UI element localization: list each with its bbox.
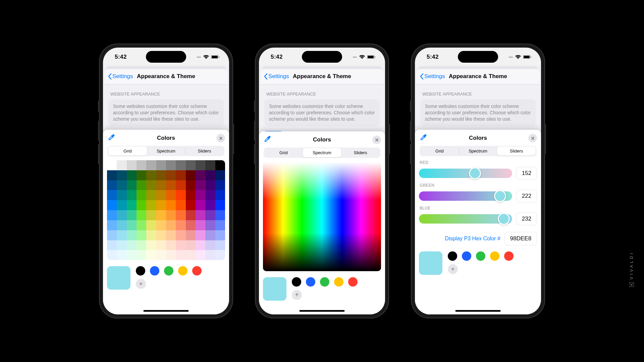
grid-cell[interactable] bbox=[156, 250, 166, 260]
grid-cell[interactable] bbox=[107, 160, 117, 170]
close-button[interactable] bbox=[528, 134, 537, 142]
grid-cell[interactable] bbox=[166, 240, 176, 250]
grid-cell[interactable] bbox=[137, 220, 146, 230]
eyedropper-button[interactable] bbox=[108, 134, 115, 142]
grid-cell[interactable] bbox=[137, 190, 146, 200]
blue-value[interactable]: 232 bbox=[516, 213, 537, 225]
grid-cell[interactable] bbox=[146, 240, 156, 250]
green-value[interactable]: 222 bbox=[516, 190, 537, 202]
grid-cell[interactable] bbox=[186, 250, 196, 260]
grid-cell[interactable] bbox=[127, 240, 137, 250]
grid-cell[interactable] bbox=[205, 230, 215, 240]
grid-cell[interactable] bbox=[176, 240, 185, 250]
preset-blue[interactable] bbox=[462, 251, 471, 261]
grid-cell[interactable] bbox=[146, 180, 156, 190]
grid-cell[interactable] bbox=[205, 160, 215, 170]
preset-green[interactable] bbox=[164, 266, 173, 276]
home-indicator[interactable] bbox=[455, 310, 501, 312]
grid-cell[interactable] bbox=[156, 170, 166, 180]
add-preset-button[interactable]: + bbox=[292, 290, 302, 300]
grid-cell[interactable] bbox=[117, 180, 126, 190]
grid-cell[interactable] bbox=[127, 190, 137, 200]
grid-cell[interactable] bbox=[215, 210, 225, 220]
grid-cell[interactable] bbox=[186, 170, 196, 180]
grid-cell[interactable] bbox=[196, 240, 205, 250]
grid-cell[interactable] bbox=[166, 210, 176, 220]
grid-cell[interactable] bbox=[107, 200, 117, 210]
grid-cell[interactable] bbox=[205, 190, 215, 200]
tab-sliders[interactable]: Sliders bbox=[497, 146, 536, 156]
grid-cell[interactable] bbox=[127, 250, 137, 260]
grid-cell[interactable] bbox=[156, 190, 166, 200]
grid-cell[interactable] bbox=[176, 210, 185, 220]
grid-cell[interactable] bbox=[137, 200, 146, 210]
grid-cell[interactable] bbox=[215, 190, 225, 200]
tab-sliders[interactable]: Sliders bbox=[341, 148, 380, 157]
grid-cell[interactable] bbox=[146, 230, 156, 240]
grid-cell[interactable] bbox=[186, 220, 196, 230]
back-button[interactable]: Settings bbox=[420, 73, 445, 80]
grid-cell[interactable] bbox=[176, 180, 185, 190]
tab-sliders[interactable]: Sliders bbox=[185, 146, 224, 156]
grid-cell[interactable] bbox=[215, 240, 225, 250]
grid-cell[interactable] bbox=[137, 170, 146, 180]
grid-cell[interactable] bbox=[107, 170, 117, 180]
grid-cell[interactable] bbox=[186, 180, 196, 190]
grid-cell[interactable] bbox=[166, 190, 176, 200]
grid-cell[interactable] bbox=[196, 200, 205, 210]
grid-cell[interactable] bbox=[107, 220, 117, 230]
grid-cell[interactable] bbox=[205, 200, 215, 210]
add-preset-button[interactable]: + bbox=[448, 264, 458, 274]
grid-cell[interactable] bbox=[137, 180, 146, 190]
close-button[interactable] bbox=[372, 135, 381, 144]
add-preset-button[interactable]: + bbox=[136, 279, 146, 289]
grid-cell[interactable] bbox=[176, 200, 185, 210]
grid-cell[interactable] bbox=[215, 170, 225, 180]
grid-cell[interactable] bbox=[176, 250, 185, 260]
red-slider[interactable] bbox=[419, 169, 512, 178]
grid-cell[interactable] bbox=[127, 180, 137, 190]
grid-cell[interactable] bbox=[215, 230, 225, 240]
preset-yellow[interactable] bbox=[334, 277, 343, 287]
green-slider[interactable] bbox=[419, 191, 512, 201]
grid-cell[interactable] bbox=[196, 190, 205, 200]
grid-cell[interactable] bbox=[137, 230, 146, 240]
eyedropper-button[interactable] bbox=[420, 134, 427, 142]
preset-yellow[interactable] bbox=[178, 266, 187, 276]
grid-cell[interactable] bbox=[215, 180, 225, 190]
close-button[interactable] bbox=[216, 134, 225, 142]
grid-cell[interactable] bbox=[156, 180, 166, 190]
grid-cell[interactable] bbox=[127, 230, 137, 240]
grid-cell[interactable] bbox=[117, 160, 126, 170]
tab-spectrum[interactable]: Spectrum bbox=[459, 146, 497, 156]
tab-spectrum[interactable]: Spectrum bbox=[303, 148, 341, 157]
grid-cell[interactable] bbox=[196, 160, 205, 170]
grid-cell[interactable] bbox=[156, 200, 166, 210]
grid-cell[interactable] bbox=[156, 220, 166, 230]
grid-cell[interactable] bbox=[186, 160, 196, 170]
grid-cell[interactable] bbox=[117, 170, 126, 180]
grid-cell[interactable] bbox=[146, 170, 156, 180]
home-indicator[interactable] bbox=[300, 310, 345, 312]
grid-cell[interactable] bbox=[156, 160, 166, 170]
preset-red[interactable] bbox=[192, 266, 202, 276]
grid-cell[interactable] bbox=[166, 230, 176, 240]
grid-cell[interactable] bbox=[176, 220, 185, 230]
grid-cell[interactable] bbox=[196, 250, 205, 260]
preset-green[interactable] bbox=[476, 251, 485, 261]
grid-cell[interactable] bbox=[215, 220, 225, 230]
grid-cell[interactable] bbox=[166, 220, 176, 230]
preset-red[interactable] bbox=[504, 251, 514, 261]
back-button[interactable]: Settings bbox=[108, 73, 133, 80]
grid-cell[interactable] bbox=[117, 200, 126, 210]
preset-black[interactable] bbox=[136, 266, 145, 276]
grid-cell[interactable] bbox=[117, 190, 126, 200]
grid-cell[interactable] bbox=[146, 160, 156, 170]
grid-cell[interactable] bbox=[107, 180, 117, 190]
grid-cell[interactable] bbox=[196, 210, 205, 220]
preset-yellow[interactable] bbox=[490, 251, 499, 261]
grid-cell[interactable] bbox=[186, 200, 196, 210]
color-spectrum[interactable] bbox=[263, 162, 381, 271]
grid-cell[interactable] bbox=[205, 210, 215, 220]
grid-cell[interactable] bbox=[186, 190, 196, 200]
